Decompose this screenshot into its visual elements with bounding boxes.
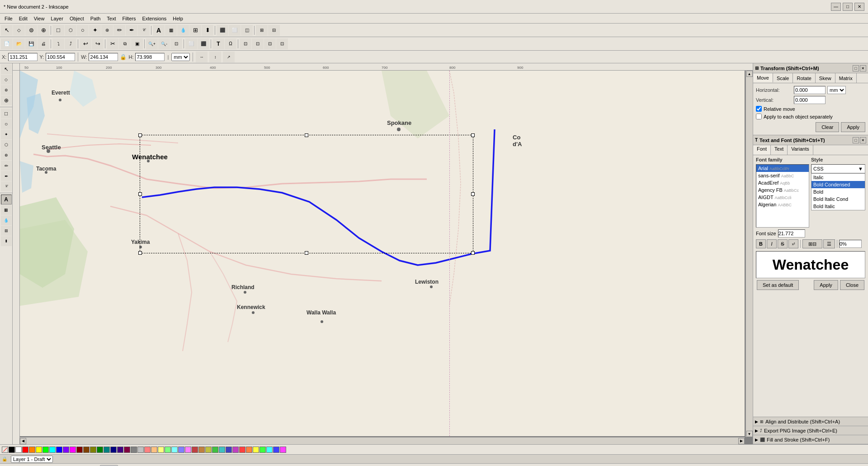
- color-brightpink[interactable]: [280, 447, 286, 453]
- w-input[interactable]: [89, 53, 118, 61]
- tool-gradient[interactable]: ▦: [1, 205, 12, 215]
- color-lightblue[interactable]: [178, 447, 184, 453]
- tb-callig[interactable]: 𝒞: [138, 25, 150, 36]
- tool-circle[interactable]: ○: [1, 119, 12, 129]
- tb-gradient[interactable]: ▦: [165, 25, 177, 36]
- minimize-button[interactable]: —: [831, 3, 841, 11]
- relative-move-checkbox[interactable]: [756, 106, 762, 112]
- tb-pen[interactable]: ✒: [126, 25, 137, 36]
- tab-move[interactable]: Move: [753, 73, 773, 83]
- tb-cut[interactable]: ✂: [107, 38, 118, 49]
- color-silver[interactable]: [137, 447, 144, 453]
- unit-select-h[interactable]: mmpxpt: [827, 86, 846, 94]
- tool-pencil[interactable]: ✏: [1, 161, 12, 171]
- tool-3dbox[interactable]: ⬡: [1, 140, 12, 150]
- vertical-input[interactable]: [794, 96, 826, 104]
- vertical-scrollbar[interactable]: ▲ ▼: [745, 71, 753, 437]
- tb-zoomin[interactable]: 🔍+: [146, 38, 158, 49]
- tb-tweak[interactable]: ⊚: [25, 25, 37, 36]
- color-medblue[interactable]: [226, 447, 232, 453]
- color-medpurple[interactable]: [232, 447, 239, 453]
- menu-edit[interactable]: Edit: [16, 15, 30, 22]
- color-purple[interactable]: [63, 447, 69, 453]
- menu-layer[interactable]: Layer: [48, 15, 66, 22]
- color-red[interactable]: [22, 447, 28, 453]
- menu-filters[interactable]: Filters: [120, 15, 139, 22]
- font-item-acadref[interactable]: AcadEref AqBb: [756, 179, 809, 186]
- layer-select[interactable]: Layer 1 - Draft: [11, 456, 53, 463]
- color-brown[interactable]: [83, 447, 90, 453]
- color-magenta[interactable]: [70, 447, 76, 453]
- color-indigo[interactable]: [117, 447, 123, 453]
- transform-clear-btn[interactable]: Clear: [816, 122, 839, 132]
- tb-import[interactable]: ⤵: [52, 38, 64, 49]
- color-lightcyan[interactable]: [171, 447, 178, 453]
- scroll-left-btn[interactable]: ◀: [20, 438, 26, 444]
- color-cyan[interactable]: [49, 447, 56, 453]
- tb-undo[interactable]: ↩: [80, 38, 91, 49]
- font-item-sans[interactable]: sans-serif AaBbC: [756, 172, 809, 179]
- tb-node[interactable]: ◇: [13, 25, 25, 36]
- tb-copy[interactable]: ⧉: [119, 38, 131, 49]
- horizontal-input[interactable]: [794, 86, 826, 94]
- tool-select[interactable]: ↖: [1, 64, 12, 74]
- color-medcyan[interactable]: [219, 447, 225, 453]
- font-size-input[interactable]: [778, 229, 805, 238]
- color-olive[interactable]: [90, 447, 96, 453]
- tool-zoom[interactable]: ⊕: [1, 95, 12, 105]
- tb-zoomout[interactable]: 🔍-: [158, 38, 170, 49]
- lock-icon[interactable]: 🔒: [120, 54, 127, 60]
- transform-close-btn[interactable]: ✕: [860, 65, 866, 71]
- tb-obj1[interactable]: ⊡: [240, 38, 251, 49]
- no-color[interactable]: [2, 447, 8, 453]
- h-input[interactable]: [135, 53, 165, 61]
- color-brightred[interactable]: [239, 447, 245, 453]
- color-darkorange[interactable]: [198, 447, 205, 453]
- style-item-bold-italic-cond[interactable]: Bold Italic Cond: [811, 195, 865, 203]
- tab-matrix[interactable]: Matrix: [835, 73, 857, 83]
- color-blue[interactable]: [56, 447, 62, 453]
- style-item-bold-condensed[interactable]: Bold Condensed: [811, 181, 865, 188]
- tb-pencil[interactable]: ✏: [113, 25, 125, 36]
- tool-rect[interactable]: □: [1, 109, 12, 119]
- tb-3dbox[interactable]: ⬡: [65, 25, 76, 36]
- tool-callig[interactable]: 𝒞: [1, 181, 12, 191]
- close-button[interactable]: ✕: [854, 3, 864, 11]
- color-medgreen[interactable]: [212, 447, 218, 453]
- color-lightyellow[interactable]: [158, 447, 164, 453]
- transform-btn2[interactable]: ↕: [209, 52, 221, 62]
- color-yellow[interactable]: [36, 447, 42, 453]
- tool-text[interactable]: A: [1, 195, 12, 204]
- tool-star[interactable]: ✦: [1, 129, 12, 139]
- export-png-header[interactable]: ▶ ⤴ Export PNG Image (Shift+Ctrl+E): [753, 426, 868, 435]
- color-brightblue[interactable]: [273, 447, 279, 453]
- color-black[interactable]: [9, 447, 15, 453]
- tb-select[interactable]: ↖: [1, 25, 13, 36]
- tb-zoomfit[interactable]: ⊡: [170, 38, 182, 49]
- textfont-close-btn2[interactable]: Close: [840, 280, 864, 290]
- color-brightcyan[interactable]: [266, 447, 273, 453]
- tool-connector[interactable]: ⊞: [1, 226, 12, 236]
- menu-file[interactable]: File: [2, 15, 15, 22]
- set-default-btn[interactable]: Set as default: [757, 280, 799, 290]
- color-darkred[interactable]: [192, 447, 198, 453]
- tb-print[interactable]: 🖨: [38, 38, 49, 49]
- apply-each-checkbox[interactable]: [756, 114, 762, 119]
- font-item-algerian[interactable]: Algerian AABBC: [756, 201, 809, 208]
- tb-obj2[interactable]: ⊡: [252, 38, 264, 49]
- color-brightorange[interactable]: [246, 447, 252, 453]
- tab-variants[interactable]: Variants: [788, 145, 813, 155]
- fmt-list-btn[interactable]: ☰: [823, 239, 835, 248]
- tb-rect[interactable]: □: [52, 25, 64, 36]
- x-input[interactable]: [8, 53, 38, 61]
- tb-text[interactable]: A: [153, 25, 165, 36]
- textfont-close-btn[interactable]: ✕: [860, 137, 866, 143]
- tb-text2[interactable]: T: [212, 38, 224, 49]
- fill-stroke-header[interactable]: ▶ ⬛ Fill and Stroke (Shift+Ctrl+F): [753, 435, 868, 444]
- color-green[interactable]: [42, 447, 49, 453]
- color-brightyellow[interactable]: [253, 447, 259, 453]
- menu-extensions[interactable]: Extensions: [139, 15, 169, 22]
- menu-view[interactable]: View: [31, 15, 47, 22]
- tb-star[interactable]: ✦: [89, 25, 101, 36]
- color-darkyellow[interactable]: [205, 447, 212, 453]
